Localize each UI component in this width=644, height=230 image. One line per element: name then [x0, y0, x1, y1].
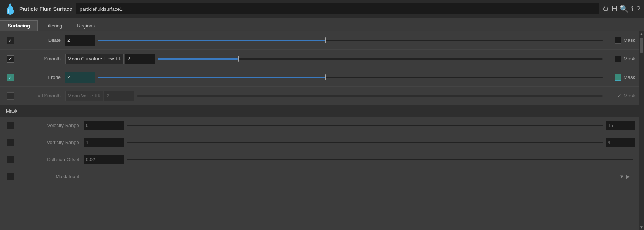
collision-offset-input[interactable]: [84, 155, 124, 164]
dilate-check-mark: ✓: [8, 37, 13, 43]
finalsmooth-mask-label: Mask: [624, 93, 635, 99]
scrollbar-down-arrow[interactable]: ▼: [640, 225, 643, 229]
finalsmooth-checkbox-cell: [4, 92, 17, 100]
vorticity-range-track: [127, 142, 603, 143]
scrollbar-thumb[interactable]: [640, 38, 643, 53]
dilate-label: Dilate: [17, 37, 65, 43]
collision-checkbox-cell: [4, 156, 17, 163]
app-name: Particle Fluid Surface: [19, 6, 72, 12]
tabs-bar: Surfacing Filtering Regions: [0, 18, 644, 31]
dilate-mask-label: Mask: [624, 37, 635, 43]
toolbar-icons: ⚙ H 🔍 ℹ ?: [603, 4, 640, 14]
erode-number-input[interactable]: [65, 72, 95, 83]
finalsmooth-number-input[interactable]: [104, 91, 134, 101]
dilate-slider[interactable]: [98, 35, 603, 46]
dilate-mask-box[interactable]: [615, 37, 621, 44]
vorticity-range-slider[interactable]: [127, 138, 603, 147]
smooth-row: ✓ Smooth Mean Curvature Flow ⬆⬇: [0, 50, 639, 68]
velocity-range-left-input[interactable]: [84, 121, 124, 130]
smooth-checkbox-cell: ✓: [4, 55, 17, 63]
vorticity-checkbox[interactable]: [7, 139, 14, 146]
collision-offset-slider[interactable]: [127, 155, 633, 164]
vorticity-range-right-input[interactable]: [606, 138, 635, 147]
panel-with-scroll: ✓ Dilate Mask: [0, 31, 644, 230]
smooth-dropdown-arrow: ⬆⬇: [115, 57, 121, 61]
info-icon[interactable]: ℹ: [631, 4, 634, 13]
erode-mask-cell: Mask: [606, 74, 635, 81]
tab-filtering[interactable]: Filtering: [38, 21, 70, 31]
finalsmooth-slider[interactable]: [137, 91, 603, 101]
search-icon[interactable]: 🔍: [620, 4, 629, 13]
mask-input-arrow-down[interactable]: ▼: [619, 174, 624, 179]
title-bar: 💧 Particle Fluid Surface ⚙ H 🔍 ℹ ?: [0, 0, 644, 18]
velocity-range-label: Velocity Range: [17, 123, 84, 128]
erode-checkbox-cell: ✓: [4, 74, 17, 81]
smooth-mask-label: Mask: [624, 56, 635, 61]
smooth-slider-handle[interactable]: [238, 56, 239, 62]
smooth-dropdown-value: Mean Curvature Flow: [68, 56, 114, 61]
app-icon: 💧: [4, 3, 16, 15]
scrollbar-track: ▲ ▼: [639, 31, 644, 230]
erode-slider-handle[interactable]: [325, 74, 326, 80]
finalsmooth-mask-cell: ✓ Mask: [606, 93, 635, 99]
erode-slider-track: [98, 77, 603, 78]
velocity-checkbox[interactable]: [7, 122, 14, 129]
finalsmooth-dropdown-arrow: ⬆⬇: [94, 94, 100, 98]
tab-surfacing[interactable]: Surfacing: [0, 20, 38, 31]
dilate-slider-fill: [98, 40, 325, 41]
finalsmooth-row: Final Smooth Mean Value ⬆⬇ ✓ Mask: [0, 87, 639, 105]
help-h-icon[interactable]: H: [611, 4, 617, 14]
erode-slider[interactable]: [98, 72, 603, 83]
mask-input-label: Mask Input: [17, 174, 84, 179]
erode-checkbox[interactable]: ✓: [7, 74, 14, 81]
smooth-slider-fill: [158, 58, 238, 60]
vorticity-range-label: Vorticity Range: [17, 140, 84, 145]
erode-row: ✓ Erode Mask: [0, 68, 639, 87]
erode-slider-fill: [98, 77, 325, 78]
velocity-range-slider[interactable]: [127, 121, 603, 130]
tab-regions[interactable]: Regions: [70, 21, 102, 31]
erode-label: Erode: [17, 74, 65, 80]
smooth-mask-cell: Mask: [606, 56, 635, 62]
vorticity-checkbox-cell: [4, 139, 17, 146]
dilate-checkbox[interactable]: ✓: [7, 37, 14, 44]
smooth-slider-track: [158, 58, 603, 60]
dilate-slider-handle[interactable]: [325, 37, 326, 43]
smooth-slider[interactable]: [158, 54, 603, 64]
finalsmooth-slider-track: [137, 95, 603, 97]
finalsmooth-checkbox[interactable]: [7, 92, 14, 100]
settings-icon[interactable]: ⚙: [603, 4, 609, 13]
mask-section-header: Mask: [0, 105, 639, 117]
velocity-range-row: Velocity Range: [0, 117, 639, 134]
node-name-input[interactable]: [76, 3, 599, 14]
finalsmooth-label: Final Smooth: [17, 93, 65, 99]
vorticity-range-left-input[interactable]: [84, 138, 124, 147]
dilate-number-input[interactable]: [65, 35, 95, 46]
smooth-dropdown[interactable]: Mean Curvature Flow ⬆⬇: [65, 54, 124, 64]
smooth-mask-box[interactable]: [615, 56, 621, 62]
smooth-check-mark: ✓: [8, 56, 13, 62]
velocity-range-track: [127, 125, 603, 126]
erode-mask-label: Mask: [624, 74, 635, 80]
question-icon[interactable]: ?: [636, 5, 640, 13]
mask-input-arrow-right[interactable]: ▶: [626, 174, 630, 179]
maskinput-checkbox-cell: [4, 173, 17, 180]
finalsmooth-dropdown-value: Mean Value: [68, 93, 93, 99]
finalsmooth-mask-check: ✓: [617, 93, 621, 99]
mask-input-row: Mask Input ▼ ▶: [0, 168, 639, 185]
erode-check-mark: ✓: [8, 74, 13, 80]
dilate-row: ✓ Dilate Mask: [0, 31, 639, 50]
smooth-number-input[interactable]: [125, 54, 155, 64]
maskinput-checkbox[interactable]: [7, 173, 14, 180]
finalsmooth-dropdown[interactable]: Mean Value ⬆⬇: [65, 91, 103, 101]
scrollbar-up-arrow[interactable]: ▲: [640, 32, 643, 36]
dilate-slider-track: [98, 40, 603, 41]
smooth-label: Smooth: [17, 56, 65, 61]
collision-checkbox[interactable]: [7, 156, 14, 163]
velocity-range-right-input[interactable]: [606, 121, 635, 130]
dilate-checkbox-cell: ✓: [4, 37, 17, 44]
main-content: ✓ Dilate Mask: [0, 31, 644, 230]
dilate-mask-cell: Mask: [606, 37, 635, 44]
smooth-checkbox[interactable]: ✓: [7, 55, 14, 63]
erode-mask-box[interactable]: [615, 74, 621, 81]
